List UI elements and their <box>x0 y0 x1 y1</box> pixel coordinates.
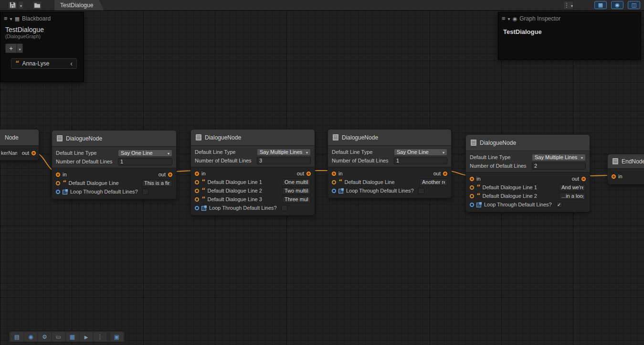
output-port[interactable] <box>306 172 311 176</box>
dialogue-line-input[interactable]: Two multiline <box>282 187 311 194</box>
inspector-toggle-button[interactable] <box>611 1 623 9</box>
collapse-arrow-icon[interactable] <box>10 15 12 22</box>
node-title-bar[interactable]: DialogueNode <box>52 130 176 147</box>
dialogue-node[interactable]: DialogueNode Default Line Type Say Multi… <box>465 134 590 212</box>
minimap-icon <box>114 334 119 340</box>
line-port[interactable] <box>332 180 336 184</box>
menu-icon[interactable] <box>502 15 506 22</box>
blackboard-graph-name: TestDialogue <box>0 24 84 33</box>
loop-checkbox[interactable] <box>142 189 148 195</box>
more-button[interactable] <box>94 332 106 341</box>
input-port[interactable] <box>56 172 60 177</box>
dialogue-line-input[interactable]: One multiline <box>282 179 311 186</box>
line-port[interactable] <box>56 181 60 185</box>
blackboard-button[interactable] <box>66 332 79 341</box>
node-title-bar[interactable]: Node <box>0 129 39 146</box>
blackboard-header[interactable]: Blackboard <box>0 12 84 24</box>
console-button[interactable] <box>11 332 23 341</box>
loop-checkbox[interactable]: ✓ <box>556 202 562 208</box>
tools-button[interactable] <box>38 332 51 341</box>
quote-icon <box>476 193 480 199</box>
line-type-dropdown[interactable]: Say One Line <box>118 150 172 157</box>
dialogue-node[interactable]: DialogueNode Default Line Type Say One L… <box>327 129 452 198</box>
graph-inspector-header[interactable]: Graph Inspector <box>498 12 641 24</box>
start-node[interactable]: Node kerName out <box>0 129 39 161</box>
output-port[interactable] <box>443 172 447 176</box>
node-title-bar[interactable]: DialogueNode <box>466 135 590 151</box>
num-lines-input[interactable]: 1 <box>118 158 172 165</box>
blackboard-mini-icon <box>15 15 20 22</box>
collapse-arrow-icon[interactable] <box>508 15 510 22</box>
graph-inspector-panel[interactable]: Graph Inspector TestDialogue <box>498 12 641 60</box>
quote-icon <box>476 184 480 190</box>
window-button[interactable] <box>52 332 65 341</box>
input-port[interactable] <box>612 174 616 179</box>
dialogue-line-input[interactable]: ...in a loop <box>559 193 586 200</box>
port-label: kerName <box>1 150 17 156</box>
node-title-bar[interactable]: EndNode <box>608 154 644 169</box>
boolean-icon <box>201 205 207 211</box>
loop-port[interactable] <box>56 190 60 194</box>
console-toggle-button[interactable] <box>628 1 640 9</box>
loop-label: Loop Through Default Lines? <box>70 189 138 194</box>
num-lines-value: 3 <box>259 158 262 163</box>
loop-checkbox[interactable] <box>281 205 287 211</box>
num-lines-input[interactable]: 2 <box>532 162 586 170</box>
pill-expander-icon[interactable] <box>70 60 73 67</box>
inspector-toggle-icon <box>615 2 620 8</box>
node-title-bar[interactable]: DialogueNode <box>191 129 315 146</box>
save-dropdown-button[interactable] <box>18 1 24 10</box>
num-lines-input[interactable]: 1 <box>394 157 447 164</box>
script-icon <box>57 135 63 141</box>
out-label: out <box>22 150 29 156</box>
script-icon <box>612 158 618 164</box>
more-options-icon <box>97 334 103 340</box>
menu-icon[interactable] <box>4 15 8 22</box>
line-port[interactable] <box>195 197 199 202</box>
output-port[interactable] <box>168 172 172 177</box>
preview-button[interactable] <box>80 332 93 341</box>
output-port[interactable] <box>32 151 36 155</box>
output-port[interactable] <box>581 177 586 181</box>
loop-port[interactable] <box>470 203 474 207</box>
dialogue-node[interactable]: DialogueNode Default Line Type Say One L… <box>52 130 177 199</box>
loop-checkbox[interactable] <box>418 188 424 194</box>
loop-label: Loop Through Default Lines? <box>209 205 277 211</box>
line-port[interactable] <box>470 185 474 190</box>
more-options-button[interactable] <box>563 1 573 10</box>
add-property-button[interactable]: + <box>5 43 17 53</box>
blackboard-property[interactable]: Anna-Lyse <box>11 58 77 69</box>
node-title-bar[interactable]: DialogueNode <box>328 129 451 146</box>
end-node[interactable]: EndNode in <box>607 154 644 184</box>
line-type-dropdown[interactable]: Say One Line <box>394 149 447 156</box>
loop-port[interactable] <box>195 206 199 210</box>
quote-icon <box>201 196 205 202</box>
add-property-dropdown[interactable] <box>17 43 23 53</box>
blackboard-panel[interactable]: Blackboard TestDialogue (DialogueGraph) … <box>0 12 84 82</box>
line-port[interactable] <box>195 189 199 193</box>
open-button[interactable] <box>32 1 42 10</box>
line-port[interactable] <box>470 194 474 198</box>
line-port[interactable] <box>195 180 199 184</box>
field-label: Default Line Type <box>470 154 529 160</box>
save-button[interactable] <box>8 1 17 10</box>
node-title: Node <box>5 134 19 141</box>
input-port[interactable] <box>332 172 336 176</box>
dialogue-line-input[interactable]: Another regu <box>420 179 447 186</box>
node-title: DialogueNode <box>480 140 516 146</box>
dialogue-node[interactable]: DialogueNode Default Line Type Say Multi… <box>190 129 315 216</box>
num-lines-input[interactable]: 3 <box>257 157 311 164</box>
dialogue-line-input[interactable]: Three multilin <box>282 196 311 203</box>
dialogue-line-input[interactable]: This is a first <box>142 180 172 187</box>
input-port[interactable] <box>470 177 474 181</box>
loop-port[interactable] <box>332 189 336 193</box>
dialogue-line-input[interactable]: And we're... <box>559 184 586 191</box>
minimap-button[interactable] <box>110 332 123 341</box>
quote-icon <box>15 60 19 67</box>
graph-tab[interactable]: TestDialogue <box>54 0 104 11</box>
line-type-dropdown[interactable]: Say Multiple Lines <box>532 154 586 161</box>
line-type-dropdown[interactable]: Say Multiple Lines <box>257 149 311 156</box>
input-port[interactable] <box>195 172 199 176</box>
blackboard-toggle-button[interactable] <box>594 1 607 9</box>
inspector-button[interactable] <box>24 332 37 341</box>
